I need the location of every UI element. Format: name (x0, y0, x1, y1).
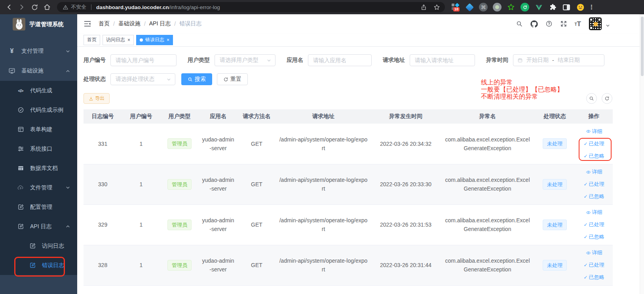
browser-reload-icon[interactable] (29, 2, 40, 12)
cell-app-name: yudao-admin-server (199, 164, 237, 204)
exception-time-range-picker[interactable]: 开始日期 - 结束日期 (513, 54, 604, 66)
tab-home[interactable]: 首页 (84, 35, 100, 45)
mark-ignored-link[interactable]: ✓已忽略 (583, 152, 604, 160)
sidebar-item-code-demo[interactable]: 代码生成示例 (0, 100, 77, 120)
sidebar-item-api-log[interactable]: API 日志 (0, 217, 77, 236)
extension-kite-icon[interactable] (465, 3, 474, 11)
search-button[interactable]: 搜索 (181, 73, 212, 85)
tags-view: 首页 访问日志 × 错误日志 × (77, 33, 644, 47)
extension-dot-icon[interactable] (493, 3, 502, 11)
avatar-caret-icon[interactable] (606, 23, 610, 28)
sidebar-item-config-management[interactable]: 配置管理 (0, 197, 77, 217)
extension-star-icon[interactable] (507, 3, 515, 11)
sidebar-item-system-api[interactable]: 系统接口 (0, 139, 77, 158)
request-url-input[interactable] (410, 54, 475, 66)
bookmark-star-icon[interactable] (433, 4, 440, 11)
reset-button[interactable]: 重置 (217, 73, 248, 85)
tab-error-log[interactable]: 错误日志 × (136, 35, 173, 45)
tab-access-log[interactable]: 访问日志 × (103, 35, 134, 45)
mark-ignored-link[interactable]: ✓已忽略 (583, 273, 604, 282)
sidebar-menu: ¥ 支付管理 基础设施 </> 代码生成 代码生成示例 (0, 41, 77, 275)
close-icon[interactable]: × (167, 38, 169, 42)
extension-grid-icon[interactable]: 10 (451, 3, 460, 11)
detail-link[interactable]: 详细 (586, 127, 602, 136)
sidebar-item-infrastructure[interactable]: 基础设施 (0, 61, 77, 81)
header-search-icon[interactable] (516, 20, 523, 27)
reset-button-label: 重置 (230, 76, 241, 83)
cell-method: GET (237, 124, 276, 164)
font-size-icon[interactable]: TT (575, 21, 581, 27)
github-icon[interactable] (530, 20, 538, 28)
share-icon[interactable] (420, 4, 427, 11)
sidebar-item-form-builder[interactable]: 表单构建 (0, 120, 77, 139)
cloud-upload-icon (17, 184, 25, 191)
app-name-input[interactable] (308, 54, 372, 66)
toggle-search-button[interactable] (586, 93, 597, 104)
extensions-puzzle-icon[interactable] (548, 3, 557, 11)
sidebar-item-file-management[interactable]: 文件管理 (0, 178, 77, 197)
user-id-input[interactable] (110, 54, 177, 66)
extension-command-icon[interactable]: ⌘ (479, 3, 488, 11)
badge-check-icon (17, 107, 25, 113)
tab-label: 错误日志 (145, 36, 164, 43)
user-type-tag: 管理员 (167, 260, 192, 271)
sidebar-item-error-log[interactable]: 错误日志 (0, 256, 77, 275)
col-app-name: 应用名 (199, 109, 237, 124)
address-bar[interactable]: 不安全 dashboard.yudao.iocoder.cn /infra/lo… (57, 2, 445, 12)
extension-refresh-icon[interactable] (521, 3, 529, 11)
cell-log-id: 329 (84, 204, 122, 245)
close-icon[interactable]: × (127, 38, 130, 42)
chevron-up-icon (66, 224, 70, 229)
detail-link[interactable]: 详细 (586, 168, 602, 176)
mark-processed-link[interactable]: ✓已处理 (583, 180, 604, 189)
sidebar-item-label: API 日志 (30, 223, 51, 230)
process-status-label: 处理状态 (84, 76, 106, 83)
sidebar-item-payment[interactable]: ¥ 支付管理 (0, 41, 77, 61)
browser-menu-icon[interactable]: ⋮ (589, 4, 595, 11)
process-status-select[interactable]: 请选择处理状态 (110, 73, 175, 85)
breadcrumb-api-log[interactable]: API 日志 (149, 20, 171, 27)
user-type-label: 用户类型 (188, 57, 210, 64)
app-title: 芋道管理系统 (29, 21, 64, 28)
sidebar-item-code-generation[interactable]: </> 代码生成 (0, 81, 77, 100)
app-logo[interactable]: 芋道管理系统 (0, 14, 77, 34)
mark-ignored-link[interactable]: ✓已忽略 (583, 192, 604, 201)
sidebar-item-db-doc[interactable]: 数据库文档 (0, 158, 77, 178)
mark-processed-link[interactable]: ✓已处理 (583, 220, 604, 229)
fullscreen-icon[interactable] (560, 20, 567, 27)
sidebar-item-access-log[interactable]: 访问日志 (0, 236, 77, 256)
browser-forward-icon[interactable] (17, 2, 27, 12)
tab-label: 访问日志 (106, 36, 125, 43)
help-icon[interactable] (545, 20, 553, 27)
cell-url: /admin-api/system/operate-log/export (276, 124, 371, 164)
mark-processed-link[interactable]: ✓已处理 (583, 139, 604, 148)
mark-ignored-link[interactable]: ✓已忽略 (583, 233, 604, 241)
avatar[interactable] (589, 17, 602, 31)
calendar-icon (517, 57, 523, 63)
breadcrumb-home[interactable]: 首页 (99, 20, 110, 27)
cell-log-id: 331 (84, 124, 122, 164)
detail-link[interactable]: 详细 (586, 208, 602, 217)
chevron-up-icon (66, 69, 70, 73)
refresh-table-button[interactable] (602, 93, 612, 104)
check-icon: ✓ (583, 273, 587, 282)
export-button[interactable]: 导出 (84, 93, 110, 104)
browser-back-icon[interactable] (4, 2, 14, 12)
user-type-select[interactable]: 请选择用户类型 (215, 54, 275, 66)
cell-time: 2022-03-26 20:33:30 (371, 164, 441, 204)
cell-actions: 详细 ✓已处理 ✓已忽略 (575, 124, 613, 164)
sidebar-collapse-icon[interactable] (84, 20, 91, 28)
select-placeholder: 请选择用户类型 (220, 57, 258, 64)
page-scrollbar[interactable] (640, 14, 644, 294)
extension-vue-icon[interactable] (534, 3, 543, 11)
mark-processed-link[interactable]: ✓已处理 (583, 261, 604, 269)
user-type-tag: 管理员 (167, 179, 192, 190)
browser-home-icon[interactable] (42, 2, 52, 12)
emoji-extension-icon[interactable] (576, 3, 585, 11)
breadcrumb-infrastructure[interactable]: 基础设施 (118, 20, 141, 27)
cell-exception: com.alibaba.excel.exception.ExcelGenerat… (441, 245, 534, 285)
status-tag: 未处理 (543, 220, 567, 230)
sidebar-panel-icon[interactable] (562, 3, 571, 11)
detail-link[interactable]: 详细 (586, 248, 602, 257)
scrollbar-thumb[interactable] (641, 17, 644, 76)
